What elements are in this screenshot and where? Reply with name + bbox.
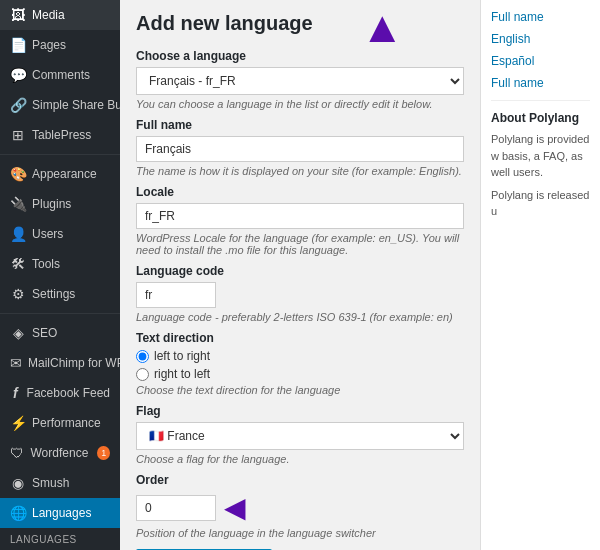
text-direction-label: Text direction: [136, 331, 464, 345]
sidebar-item-pages[interactable]: 📄 Pages: [0, 30, 120, 60]
text-direction-field: Text direction left to right right to le…: [136, 331, 464, 396]
order-row: ◀: [136, 491, 464, 524]
performance-icon: ⚡: [10, 415, 26, 431]
rtl-radio-label[interactable]: right to left: [136, 367, 464, 381]
flag-select[interactable]: 🇫🇷 France: [136, 422, 464, 450]
full-name-input[interactable]: [136, 136, 464, 162]
locale-field: Locale WordPress Locale for the language…: [136, 185, 464, 256]
media-icon: 🖼: [10, 7, 26, 23]
tools-icon: 🛠: [10, 256, 26, 272]
rs-link-espanol[interactable]: Español: [491, 54, 590, 68]
facebook-icon: f: [10, 385, 21, 401]
plugins-icon: 🔌: [10, 196, 26, 212]
locale-input[interactable]: [136, 203, 464, 229]
main-area: Add new language ▲ Choose a language Fra…: [120, 0, 600, 550]
rs-about-title: About Polylang: [491, 111, 590, 125]
locale-label: Locale: [136, 185, 464, 199]
full-name-desc: The name is how it is displayed on your …: [136, 165, 464, 177]
rs-link-fullname2[interactable]: Full name: [491, 76, 590, 90]
right-sidebar: Full name English Español Full name Abou…: [480, 0, 600, 550]
share-icon: 🔗: [10, 97, 26, 113]
sidebar-item-users[interactable]: 👤 Users: [0, 219, 120, 249]
sidebar-item-facebook[interactable]: f Facebook Feed: [0, 378, 120, 408]
sidebar-item-tablepress[interactable]: ⊞ TablePress: [0, 120, 120, 150]
flag-desc: Choose a flag for the language.: [136, 453, 464, 465]
sidebar-item-languages[interactable]: 🌐 Languages: [0, 498, 120, 528]
rs-about-text2: Polylang is released u: [491, 187, 590, 220]
smush-icon: ◉: [10, 475, 26, 491]
text-direction-radio-group: left to right right to left: [136, 349, 464, 381]
order-label: Order: [136, 473, 464, 487]
order-desc: Position of the language in the language…: [136, 527, 464, 539]
sidebar-item-smush[interactable]: ◉ Smush: [0, 468, 120, 498]
full-name-field: Full name The name is how it is displaye…: [136, 118, 464, 177]
flag-field: Flag 🇫🇷 France Choose a flag for the lan…: [136, 404, 464, 465]
choose-language-desc: You can choose a language in the list or…: [136, 98, 464, 110]
divider: [0, 154, 120, 155]
sidebar-item-performance[interactable]: ⚡ Performance: [0, 408, 120, 438]
choose-language-field: Choose a language Français - fr_FR You c…: [136, 49, 464, 110]
sidebar-item-seo[interactable]: ◈ SEO: [0, 318, 120, 348]
lang-code-field: Language code Language code - preferably…: [136, 264, 464, 323]
content-area: Add new language ▲ Choose a language Fra…: [120, 0, 480, 550]
sidebar-item-media[interactable]: 🖼 Media: [0, 0, 120, 30]
lang-code-desc: Language code - preferably 2-letters ISO…: [136, 311, 464, 323]
sidebar-item-wordfence[interactable]: 🛡 Wordfence 1: [0, 438, 120, 468]
sidebar-item-simple-share[interactable]: 🔗 Simple Share Buttons: [0, 90, 120, 120]
arrow-left-icon: ◀: [224, 491, 246, 524]
pages-icon: 📄: [10, 37, 26, 53]
sidebar-item-appearance[interactable]: 🎨 Appearance: [0, 159, 120, 189]
sidebar-item-settings[interactable]: ⚙ Settings: [0, 279, 120, 309]
sidebar-item-plugins[interactable]: 🔌 Plugins: [0, 189, 120, 219]
sidebar-item-tools[interactable]: 🛠 Tools: [0, 249, 120, 279]
rs-about-text1: Polylang is provided w basis, a FAQ, as …: [491, 131, 590, 181]
languages-section-label: Languages: [0, 528, 120, 547]
order-input[interactable]: [136, 495, 216, 521]
comments-icon: 💬: [10, 67, 26, 83]
wordfence-badge: 1: [97, 446, 110, 460]
lang-code-label: Language code: [136, 264, 464, 278]
mailchimp-icon: ✉: [10, 355, 22, 371]
users-icon: 👤: [10, 226, 26, 242]
arrow-up-decoration: Add new language ▲: [136, 12, 464, 35]
lang-code-input[interactable]: [136, 282, 216, 308]
tablepress-icon: ⊞: [10, 127, 26, 143]
seo-icon: ◈: [10, 325, 26, 341]
divider: [0, 313, 120, 314]
sidebar: 🖼 Media 📄 Pages 💬 Comments 🔗 Simple Shar…: [0, 0, 120, 550]
rtl-radio[interactable]: [136, 368, 149, 381]
choose-language-select[interactable]: Français - fr_FR: [136, 67, 464, 95]
languages-icon: 🌐: [10, 505, 26, 521]
sidebar-item-comments[interactable]: 💬 Comments: [0, 60, 120, 90]
order-field: Order ◀ Position of the language in the …: [136, 473, 464, 539]
text-direction-desc: Choose the text direction for the langua…: [136, 384, 464, 396]
ltr-radio-label[interactable]: left to right: [136, 349, 464, 363]
choose-language-label: Choose a language: [136, 49, 464, 63]
rs-link-english[interactable]: English: [491, 32, 590, 46]
flag-label: Flag: [136, 404, 464, 418]
full-name-label: Full name: [136, 118, 464, 132]
locale-desc: WordPress Locale for the language (for e…: [136, 232, 464, 256]
ltr-radio[interactable]: [136, 350, 149, 363]
wordfence-icon: 🛡: [10, 445, 25, 461]
appearance-icon: 🎨: [10, 166, 26, 182]
page-title: Add new language: [136, 12, 464, 35]
settings-icon: ⚙: [10, 286, 26, 302]
sidebar-item-mailchimp[interactable]: ✉ MailChimp for WP: [0, 348, 120, 378]
rs-link-fullname1[interactable]: Full name: [491, 10, 590, 24]
rs-divider: [491, 100, 590, 101]
